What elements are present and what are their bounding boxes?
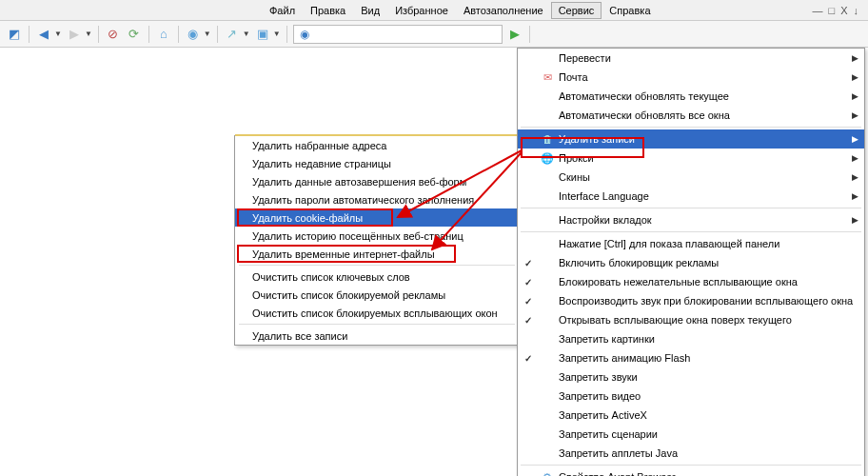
dropdown-item[interactable]: Нажатие [Ctrl] для показа плавающей пане… xyxy=(518,234,864,253)
close-icon[interactable]: X xyxy=(840,5,847,16)
icon-slot xyxy=(540,331,555,347)
stop-button[interactable]: ⊘ xyxy=(105,26,122,43)
submenu-item[interactable]: Удалить историю посещённых веб-страниц xyxy=(235,227,519,245)
checkbox-slot xyxy=(521,150,536,166)
separator xyxy=(217,26,218,43)
submenu-item-label: Удалить недавние страницы xyxy=(252,158,391,169)
menu-file[interactable]: Файл xyxy=(262,2,303,19)
dropdown-item[interactable]: 🌐Прокси▶ xyxy=(518,149,864,168)
dropdown-item[interactable]: ✉Почта▶ xyxy=(518,68,864,87)
menu-item-label: Запретить анимацию Flash xyxy=(559,352,858,364)
dropdown-item[interactable]: Скины▶ xyxy=(518,168,864,187)
checkbox-checked-icon xyxy=(521,312,536,327)
menu-item-label: Настройки вкладок xyxy=(559,214,848,226)
dropdown-item[interactable]: Настройки вкладок▶ xyxy=(518,210,864,229)
submenu-item[interactable]: Очистить список блокируемой рекламы xyxy=(235,286,519,304)
dropdown-item[interactable]: Запретить сценарии xyxy=(518,425,864,444)
dropdown-item[interactable]: Запретить ActiveX xyxy=(518,406,864,425)
menu-item-icon: 🗑 xyxy=(540,131,555,147)
submenu-item-label: Удалить набранные адреса xyxy=(252,140,386,151)
menu-service[interactable]: Сервис xyxy=(551,2,602,19)
menu-item-label: Запретить картинки xyxy=(559,333,858,345)
icon-slot xyxy=(540,108,555,123)
submenu-item-label: Удалить временные интернет-файлы xyxy=(252,248,435,260)
submenu-arrow-icon: ▶ xyxy=(852,172,858,182)
checkbox-checked-icon xyxy=(521,350,536,366)
menu-item-icon: ✉ xyxy=(540,69,555,85)
maximize-icon[interactable]: □ xyxy=(829,5,836,16)
submenu-item-label: Удалить все записи xyxy=(252,330,347,342)
checkbox-slot xyxy=(521,388,536,404)
forward-button[interactable]: ▶ xyxy=(66,26,83,43)
submenu-item[interactable]: Удалить cookie-файлы xyxy=(235,208,519,227)
icon-slot xyxy=(540,388,555,404)
checkbox-slot xyxy=(521,331,536,347)
reload-button[interactable]: ⟳ xyxy=(126,26,143,43)
menu-help[interactable]: Справка xyxy=(602,2,658,19)
dropdown-item[interactable]: Воспроизводить звук при блокировании всп… xyxy=(518,291,864,310)
menu-item-icon: ⚙ xyxy=(540,469,555,476)
icon-slot xyxy=(540,312,555,327)
home-button[interactable]: ⌂ xyxy=(155,26,172,43)
submenu-item[interactable]: Удалить временные интернет-файлы xyxy=(235,245,519,263)
submenu-item-label: Удалить пароли автоматического заполнени… xyxy=(252,194,474,206)
minimize-icon[interactable]: — xyxy=(813,5,823,16)
icon-slot xyxy=(540,212,555,228)
dropdown-item[interactable]: 🗑Удалить записи▶ xyxy=(518,129,864,149)
separator xyxy=(529,26,530,43)
globe-button[interactable]: ◉ xyxy=(185,26,202,43)
menu-favorites[interactable]: Избранное xyxy=(387,2,456,19)
share-button[interactable]: ↗ xyxy=(224,26,241,43)
icon-slot xyxy=(540,169,555,185)
dropdown-item[interactable]: Запретить звуки xyxy=(518,367,864,387)
submenu-item[interactable]: Удалить набранные адреса xyxy=(235,136,519,154)
app-icon: ◩ xyxy=(6,26,23,43)
dropdown-item[interactable]: Запретить картинки xyxy=(518,329,864,348)
checkbox-slot xyxy=(521,89,536,104)
icon-slot xyxy=(540,293,555,308)
menu-item-label: Свойства Avant Browser... xyxy=(559,471,858,476)
dropdown-item[interactable]: Interface Language▶ xyxy=(518,187,864,206)
submenu-item[interactable]: Удалить данные автозавершения веб-форм xyxy=(235,172,519,190)
menu-edit[interactable]: Правка xyxy=(303,2,353,19)
dropdown-item[interactable]: Блокировать нежелательные всплывающие ок… xyxy=(518,272,864,291)
separator xyxy=(29,26,30,43)
menu-item-label: Автоматически обновлять все окна xyxy=(559,109,848,121)
dropdown-item[interactable]: Запретить апплеты Java xyxy=(518,444,864,463)
address-bar[interactable]: ◉ xyxy=(293,25,503,44)
dropdown-item[interactable]: Открывать всплывающие окна поверх текуще… xyxy=(518,310,864,329)
menu-item-label: Удалить записи xyxy=(559,133,848,145)
document-button[interactable]: ▣ xyxy=(254,26,271,43)
dropdown-icon[interactable]: ↓ xyxy=(854,5,859,16)
dropdown-item[interactable]: Перевести▶ xyxy=(518,49,864,68)
dropdown-item[interactable]: ⚙Свойства Avant Browser... xyxy=(518,467,864,476)
back-button[interactable]: ◀ xyxy=(35,26,52,43)
submenu-arrow-icon: ▶ xyxy=(852,110,858,120)
menu-view[interactable]: Вид xyxy=(353,2,387,19)
icon-slot xyxy=(540,255,555,270)
go-button[interactable]: ▶ xyxy=(506,26,523,43)
dropdown-item[interactable]: Запретить анимацию Flash xyxy=(518,348,864,367)
submenu-item[interactable]: Очистить список ключевых слов xyxy=(235,268,519,286)
menu-item-label: Блокировать нежелательные всплывающие ок… xyxy=(559,276,858,288)
menu-item-label: Запретить апплеты Java xyxy=(559,447,858,459)
submenu-item[interactable]: Удалить недавние страницы xyxy=(235,154,519,172)
menu-item-label: Скины xyxy=(559,171,848,183)
checkbox-slot xyxy=(521,446,536,461)
dropdown-item[interactable]: Запретить видео xyxy=(518,387,864,406)
menu-separator xyxy=(521,208,861,208)
menu-item-label: Автоматически обновлять текущее xyxy=(559,90,848,102)
submenu-item[interactable]: Удалить пароли автоматического заполнени… xyxy=(235,190,519,208)
menu-autofill[interactable]: Автозаполнение xyxy=(456,2,551,19)
icon-slot xyxy=(540,446,555,461)
submenu-item[interactable]: Удалить все записи xyxy=(235,327,519,345)
menu-item-label: Открывать всплывающие окна поверх текуще… xyxy=(559,314,858,326)
submenu-item[interactable]: Очистить список блокируемых всплывающих … xyxy=(235,304,519,322)
menu-separator xyxy=(239,265,515,266)
dropdown-item[interactable]: Автоматически обновлять текущее▶ xyxy=(518,87,864,106)
menu-separator xyxy=(521,127,861,128)
menu-item-label: Включить блокировщик рекламы xyxy=(559,257,858,268)
dropdown-item[interactable]: Автоматически обновлять все окна▶ xyxy=(518,106,864,125)
checkbox-slot xyxy=(521,131,536,147)
dropdown-item[interactable]: Включить блокировщик рекламы xyxy=(518,253,864,272)
